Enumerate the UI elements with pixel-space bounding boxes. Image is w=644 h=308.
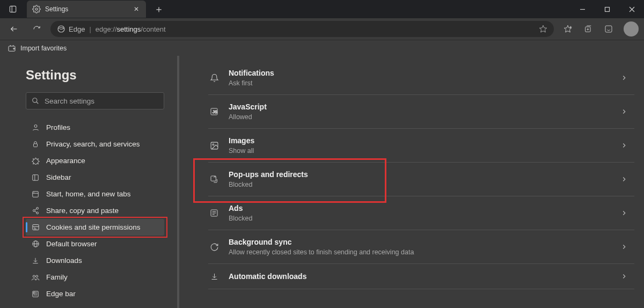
import-favorites-link[interactable]: Import favorites bbox=[20, 45, 67, 52]
permission-text: JavaScriptAllowed bbox=[229, 102, 611, 121]
permission-row-background-sync[interactable]: Background syncAllow recently closed sit… bbox=[208, 230, 634, 264]
permission-subtitle: Blocked bbox=[229, 181, 611, 188]
permission-title: Automatic downloads bbox=[229, 272, 611, 281]
sidebar-item-edge-bar[interactable]: Edge bar bbox=[26, 285, 164, 302]
search-input[interactable]: Search settings bbox=[26, 92, 164, 109]
svg-point-45 bbox=[36, 275, 38, 277]
sidebar-item-start-home-and-new-tabs[interactable]: Start, home, and new tabs bbox=[26, 186, 164, 202]
svg-rect-0 bbox=[10, 6, 16, 12]
nav-icon bbox=[31, 207, 40, 215]
permission-row-notifications[interactable]: NotificationsAsk first bbox=[208, 61, 634, 95]
svg-rect-24 bbox=[34, 143, 38, 146]
permission-icon bbox=[209, 141, 219, 150]
svg-rect-4 bbox=[605, 7, 609, 11]
sidebar-item-appearance[interactable]: Appearance bbox=[26, 152, 164, 169]
settings-sidebar: Settings Search settings ProfilesPrivacy… bbox=[4, 56, 179, 308]
back-button[interactable] bbox=[5, 20, 23, 38]
nav-label: Default browser bbox=[46, 240, 97, 248]
permission-row-pop-ups-and-redirects[interactable]: Pop-ups and redirectsBlocked bbox=[208, 163, 634, 196]
permission-text: Automatic downloads bbox=[229, 272, 611, 281]
permission-icon bbox=[209, 208, 219, 218]
settings-nav: ProfilesPrivacy, search, and servicesApp… bbox=[26, 119, 164, 302]
nav-label: Start, home, and new tabs bbox=[46, 190, 131, 198]
search-placeholder: Search settings bbox=[45, 97, 94, 105]
nav-icon bbox=[31, 223, 40, 232]
svg-rect-25 bbox=[33, 174, 39, 180]
nav-icon bbox=[31, 173, 40, 182]
permission-icon: JS bbox=[209, 107, 219, 116]
svg-rect-27 bbox=[33, 191, 39, 197]
permission-text: Pop-ups and redirectsBlocked bbox=[229, 170, 611, 188]
permission-subtitle: Show all bbox=[229, 147, 611, 155]
permission-title: JavaScript bbox=[229, 102, 611, 111]
nav-label: Appearance bbox=[46, 157, 85, 165]
permission-row-images[interactable]: ImagesShow all bbox=[208, 129, 634, 163]
permission-title: Images bbox=[229, 136, 611, 145]
chevron-right-icon bbox=[620, 74, 628, 82]
minimize-button[interactable] bbox=[570, 0, 595, 18]
address-bar[interactable]: Edge | edge://settings/content bbox=[50, 21, 554, 37]
sidebar-item-cookies-and-site-permissions[interactable]: Cookies and site permissions bbox=[26, 219, 164, 236]
nav-icon bbox=[31, 290, 40, 298]
nav-label: Privacy, search, and services bbox=[46, 140, 140, 148]
import-favorites-icon bbox=[8, 44, 16, 53]
nav-label: Edge bar bbox=[46, 290, 76, 298]
sidebar-item-default-browser[interactable]: Default browser bbox=[26, 236, 164, 252]
permission-title: Ads bbox=[229, 204, 611, 212]
refresh-button[interactable] bbox=[28, 20, 45, 38]
new-tab-button[interactable]: ＋ bbox=[151, 2, 166, 17]
favorite-star-icon[interactable] bbox=[539, 25, 547, 33]
brand-label: Edge bbox=[69, 25, 85, 33]
toolbar: Edge | edge://settings/content bbox=[0, 18, 644, 40]
sidebar-item-family[interactable]: Family bbox=[26, 269, 164, 285]
svg-line-33 bbox=[34, 209, 36, 210]
chevron-right-icon bbox=[620, 108, 628, 115]
svg-point-44 bbox=[33, 275, 35, 277]
gear-icon bbox=[32, 5, 41, 13]
permission-subtitle: Ask first bbox=[229, 79, 611, 87]
sidebar-item-downloads[interactable]: Downloads bbox=[26, 252, 164, 269]
site-identity: Edge bbox=[57, 25, 85, 33]
svg-point-54 bbox=[212, 143, 214, 145]
tab-actions-button[interactable] bbox=[4, 1, 21, 18]
search-icon bbox=[32, 97, 39, 105]
sidebar-item-sidebar[interactable]: Sidebar bbox=[26, 169, 164, 186]
browser-tab[interactable]: Settings ✕ bbox=[27, 1, 146, 18]
nav-icon bbox=[31, 157, 40, 165]
favorites-button[interactable] bbox=[559, 20, 576, 38]
svg-rect-47 bbox=[34, 292, 35, 294]
nav-label: Cookies and site permissions bbox=[46, 223, 141, 231]
chevron-right-icon bbox=[620, 243, 628, 251]
chevron-right-icon bbox=[620, 273, 628, 280]
favorites-bar: Import favorites bbox=[0, 40, 644, 56]
permission-icon bbox=[209, 73, 219, 83]
permission-subtitle: Allowed bbox=[229, 113, 611, 121]
permission-row-javascript[interactable]: JSJavaScriptAllowed bbox=[208, 95, 634, 129]
nav-icon bbox=[31, 140, 40, 149]
close-tab-button[interactable]: ✕ bbox=[132, 5, 141, 13]
permission-row-automatic-downloads[interactable]: Automatic downloads bbox=[208, 264, 634, 289]
profile-avatar[interactable] bbox=[624, 21, 639, 36]
collections-button[interactable] bbox=[580, 20, 597, 38]
permission-text: ImagesShow all bbox=[229, 136, 611, 155]
svg-marker-10 bbox=[564, 25, 571, 32]
permission-text: NotificationsAsk first bbox=[229, 69, 611, 87]
nav-label: Profiles bbox=[46, 123, 70, 131]
permission-row-ads[interactable]: AdsBlocked bbox=[208, 196, 634, 230]
permission-title: Pop-ups and redirects bbox=[229, 170, 611, 179]
permission-text: AdsBlocked bbox=[229, 204, 611, 222]
permission-title: Background sync bbox=[229, 238, 611, 246]
close-window-button[interactable] bbox=[619, 0, 644, 18]
url-text: edge://settings/content bbox=[96, 25, 166, 33]
browser-essentials-button[interactable] bbox=[600, 20, 617, 38]
maximize-button[interactable] bbox=[595, 0, 619, 18]
sidebar-item-share-copy-and-paste[interactable]: Share, copy and paste bbox=[26, 202, 164, 219]
svg-point-23 bbox=[34, 125, 37, 128]
sidebar-item-privacy-search-and-services[interactable]: Privacy, search, and services bbox=[26, 136, 164, 152]
permission-subtitle: Blocked bbox=[229, 215, 611, 222]
sidebar-item-profiles[interactable]: Profiles bbox=[26, 119, 164, 136]
tab-title: Settings bbox=[45, 5, 128, 13]
nav-label: Sidebar bbox=[46, 173, 71, 181]
nav-label: Share, copy and paste bbox=[46, 207, 119, 215]
nav-label: Downloads bbox=[46, 256, 82, 265]
